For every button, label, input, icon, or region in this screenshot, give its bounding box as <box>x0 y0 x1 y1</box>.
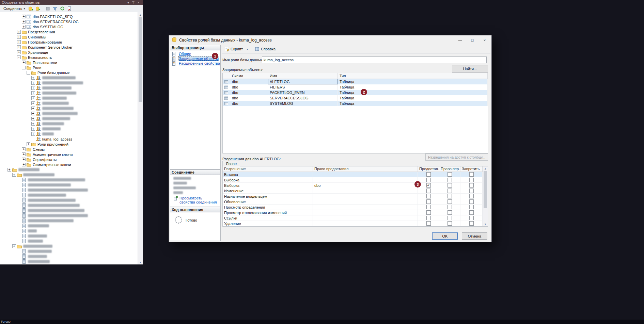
tree-item[interactable] <box>0 259 143 264</box>
permission-row[interactable]: Назначение владельцем <box>223 194 488 199</box>
scroll-thumb[interactable] <box>139 17 142 102</box>
tree-item[interactable]: +Роли приложений <box>0 142 143 147</box>
tree-item[interactable] <box>0 182 143 188</box>
close-icon[interactable]: × <box>136 1 141 4</box>
grant-checkbox[interactable] <box>426 216 431 220</box>
tree-item[interactable]: + <box>0 80 143 85</box>
expand-plus-icon[interactable]: + <box>12 173 16 177</box>
tree-item[interactable]: +Представления <box>0 29 143 34</box>
filter-icon[interactable] <box>52 5 59 12</box>
permission-row[interactable]: Изменение <box>223 188 488 194</box>
permission-row[interactable]: Вставка <box>223 172 488 177</box>
tree-item[interactable]: +Пользователи <box>0 60 143 65</box>
tree-item[interactable]: +Сертификаты <box>0 157 143 162</box>
tree-item[interactable] <box>0 193 143 198</box>
scroll-thumb[interactable] <box>484 171 487 208</box>
tree-item[interactable]: + <box>0 121 143 126</box>
securable-row[interactable]: dboPACKETLOG_EVENТаблица <box>223 90 488 95</box>
minimize-button[interactable]: — <box>454 35 466 45</box>
close-button[interactable]: × <box>478 35 491 45</box>
dialog-titlebar[interactable]: Свойства ролей базы данных - kuma_log_ac… <box>169 35 491 45</box>
tree-item[interactable]: +Хранилище <box>0 50 143 55</box>
deny-checkbox[interactable] <box>469 194 474 198</box>
tree-item[interactable] <box>0 218 143 223</box>
tree-item[interactable] <box>0 239 143 244</box>
expand-plus-icon[interactable]: + <box>17 30 21 34</box>
tree-item[interactable]: + <box>0 172 143 177</box>
with-grant-checkbox[interactable] <box>447 205 452 209</box>
tree-item[interactable] <box>0 223 143 228</box>
expand-plus-icon[interactable]: + <box>31 76 35 80</box>
tree-item[interactable]: + <box>0 91 143 96</box>
permission-row[interactable]: Выборкаdbo <box>223 183 488 188</box>
deny-checkbox[interactable] <box>469 178 474 182</box>
tree-item[interactable]: kuma_log_access <box>0 136 143 142</box>
tree-item[interactable]: + <box>0 96 143 101</box>
scroll-up-icon[interactable]: ▲ <box>483 166 488 171</box>
ok-button[interactable]: OK <box>432 232 458 240</box>
tree-item[interactable] <box>0 213 143 218</box>
maximize-button[interactable]: □ <box>466 35 478 45</box>
grant-checkbox[interactable] <box>426 199 431 204</box>
tree-item[interactable] <box>0 198 143 203</box>
tree-item[interactable]: + <box>0 244 143 249</box>
collapse-minus-icon[interactable]: - <box>27 71 30 75</box>
expand-plus-icon[interactable]: + <box>17 40 21 44</box>
find-button[interactable]: Найти... <box>452 65 488 72</box>
permission-row[interactable]: Удаление <box>223 221 488 226</box>
with-grant-checkbox[interactable] <box>447 183 452 188</box>
tree-item[interactable]: +dbo.SYSTEMLOG <box>0 24 143 29</box>
tree-item[interactable]: + <box>0 85 143 91</box>
connect-button[interactable]: Соединить ▾ <box>1 6 28 11</box>
tree-item[interactable]: + <box>0 167 143 172</box>
expand-plus-icon[interactable]: + <box>31 117 35 120</box>
expand-plus-icon[interactable]: + <box>31 101 35 105</box>
expand-plus-icon[interactable]: + <box>22 158 26 161</box>
error-log-icon[interactable] <box>66 5 73 12</box>
connect-database-icon[interactable] <box>28 5 34 12</box>
tree-item[interactable]: + <box>0 106 143 111</box>
with-grant-checkbox[interactable] <box>447 194 452 198</box>
script-button[interactable]: Скрипт ▾ <box>223 46 251 52</box>
tree-scrollbar[interactable]: ▲ ▼ <box>138 12 143 264</box>
deny-checkbox[interactable] <box>469 216 474 220</box>
grid-scrollbar[interactable]: ▲ ▼ <box>483 166 488 226</box>
expand-plus-icon[interactable]: + <box>22 163 26 166</box>
grant-checkbox[interactable] <box>426 183 431 188</box>
with-grant-checkbox[interactable] <box>447 189 452 193</box>
expand-plus-icon[interactable]: + <box>22 147 26 151</box>
permission-row[interactable]: Просмотр отслеживания изменений <box>223 210 488 215</box>
tree-item[interactable]: + <box>0 116 143 121</box>
scroll-up-icon[interactable]: ▲ <box>138 12 143 17</box>
tree-item[interactable] <box>0 254 143 259</box>
object-explorer-titlebar[interactable]: Обозреватель объектов ▾ ⊤ × <box>0 0 143 5</box>
expand-plus-icon[interactable]: + <box>31 86 35 90</box>
deny-checkbox[interactable] <box>469 205 474 209</box>
tree-item[interactable] <box>0 203 143 208</box>
tree-item[interactable]: -Роли базы данных <box>0 70 143 75</box>
tree-item[interactable]: +Программирование <box>0 39 143 45</box>
tab-explicit[interactable]: Явное <box>222 161 240 166</box>
tree-item[interactable]: +dbo.SERVERACCESSLOG <box>0 19 143 24</box>
page-link[interactable]: Расширенные свойства <box>179 61 220 65</box>
securable-row[interactable]: dboSYSTEMLOGТаблица <box>223 101 488 106</box>
stop-icon[interactable] <box>45 5 51 12</box>
expand-plus-icon[interactable]: + <box>31 91 35 95</box>
tree-item[interactable] <box>0 208 143 213</box>
grant-checkbox[interactable] <box>426 221 431 226</box>
tree-item[interactable] <box>0 188 143 193</box>
expand-plus-icon[interactable]: + <box>31 96 35 100</box>
expand-plus-icon[interactable]: + <box>17 35 21 39</box>
tree-item[interactable] <box>0 233 143 239</box>
tree-item[interactable]: -Безопасность <box>0 55 143 60</box>
grant-checkbox[interactable] <box>426 205 431 209</box>
pin-icon[interactable]: ⊤ <box>131 1 136 4</box>
scroll-down-icon[interactable]: ▼ <box>483 222 488 226</box>
tree-item[interactable]: +Компонент Service Broker <box>0 45 143 50</box>
grant-checkbox[interactable] <box>426 210 431 215</box>
expand-plus-icon[interactable]: + <box>7 168 11 172</box>
expand-plus-icon[interactable]: + <box>22 25 26 29</box>
expand-plus-icon[interactable]: + <box>31 112 35 115</box>
expand-plus-icon[interactable]: + <box>31 107 35 110</box>
expand-plus-icon[interactable]: + <box>17 45 21 49</box>
